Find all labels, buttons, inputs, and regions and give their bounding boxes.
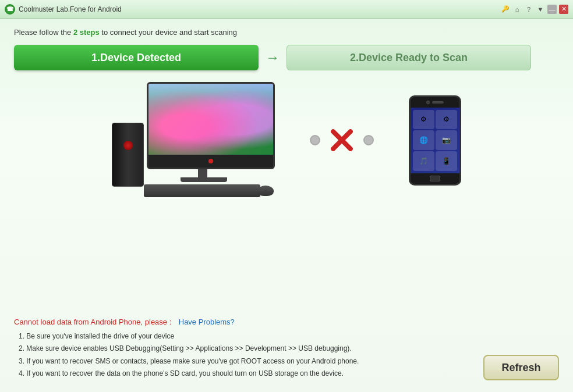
step1-button[interactable]: 1.Device Detected: [14, 45, 259, 70]
error-list: 1. Be sure you've installed the drive of…: [14, 330, 559, 380]
computer-monitor: [147, 82, 275, 169]
illustration-area: ⚙ ⚙ 🌐 📷 🎵 📱: [14, 82, 559, 198]
phone-illustration: ⚙ ⚙ 🌐 📷 🎵 📱: [409, 95, 461, 186]
step-arrow: →: [266, 49, 280, 66]
computer-mouse: [257, 186, 274, 196]
tower-logo: [123, 141, 133, 150]
connection-error-icon: [327, 126, 356, 155]
app-title: Coolmuster Lab.Fone for Android: [19, 5, 122, 13]
conn-dot-left: [310, 135, 320, 145]
error-area: Cannot load data from Android Phone, ple…: [14, 316, 559, 380]
phone-bottom: [411, 173, 459, 184]
error-item-1: 1. Be sure you've installed the drive of…: [19, 330, 559, 343]
phone-home-button: [430, 176, 440, 181]
monitor-screen: [148, 84, 273, 155]
window-controls: 🔑 ⌂ ? ▼ — ✕: [501, 5, 568, 14]
phone-camera: [426, 101, 430, 104]
error-header: Cannot load data from Android Phone, ple…: [14, 316, 559, 327]
minimize-button[interactable]: —: [547, 5, 557, 14]
monitor-base: [181, 177, 227, 182]
main-content: Please follow the 2 steps to connect you…: [0, 19, 573, 392]
titlebar: ☎ Coolmuster Lab.Fone for Android 🔑 ⌂ ? …: [0, 0, 573, 19]
instruction-text: Please follow the 2 steps to connect you…: [14, 28, 559, 37]
monitor-power-dot: [208, 159, 213, 163]
titlebar-left: ☎ Coolmuster Lab.Fone for Android: [5, 4, 122, 15]
phone-app-5: 🎵: [413, 151, 434, 171]
conn-dot-right: [363, 135, 374, 145]
phone-app-2: ⚙: [436, 110, 457, 130]
error-item-2: 2. Make sure device enables USB Debuggin…: [19, 343, 559, 355]
phone-app-1: ⚙: [413, 110, 434, 130]
phone-side-button: [460, 117, 461, 129]
home-button[interactable]: ⌂: [512, 5, 522, 14]
refresh-button[interactable]: Refresh: [483, 355, 559, 380]
phone-app-3: 🌐: [413, 130, 434, 150]
connection-status: [310, 126, 374, 155]
error-title: Cannot load data from Android Phone, ple…: [14, 318, 171, 326]
have-problems-link[interactable]: Have Problems?: [179, 318, 235, 326]
error-item-3: 3. If you want to recover SMS or contact…: [19, 355, 559, 368]
phone-app-6: 📱: [436, 151, 457, 171]
computer-illustration: [112, 82, 275, 198]
help-button[interactable]: ?: [524, 5, 533, 14]
dropdown-button[interactable]: ▼: [536, 5, 545, 14]
close-button[interactable]: ✕: [559, 5, 568, 14]
monitor-bezel: [148, 155, 273, 168]
phone-speaker: [432, 101, 444, 104]
phone-top: [411, 97, 459, 108]
computer-tower: [112, 123, 144, 187]
monitor-stand: [198, 169, 207, 177]
phone-screen: ⚙ ⚙ 🌐 📷 🎵 📱: [411, 108, 459, 173]
step2-button[interactable]: 2.Device Ready to Scan: [286, 45, 531, 70]
phone-app-4: 📷: [436, 130, 457, 150]
computer-keyboard: [144, 184, 260, 197]
app-icon: ☎: [5, 4, 15, 15]
key-button[interactable]: 🔑: [501, 5, 510, 14]
steps-row: 1.Device Detected → 2.Device Ready to Sc…: [14, 45, 559, 70]
error-item-4: 4. If you want to recover the data on th…: [19, 368, 559, 380]
